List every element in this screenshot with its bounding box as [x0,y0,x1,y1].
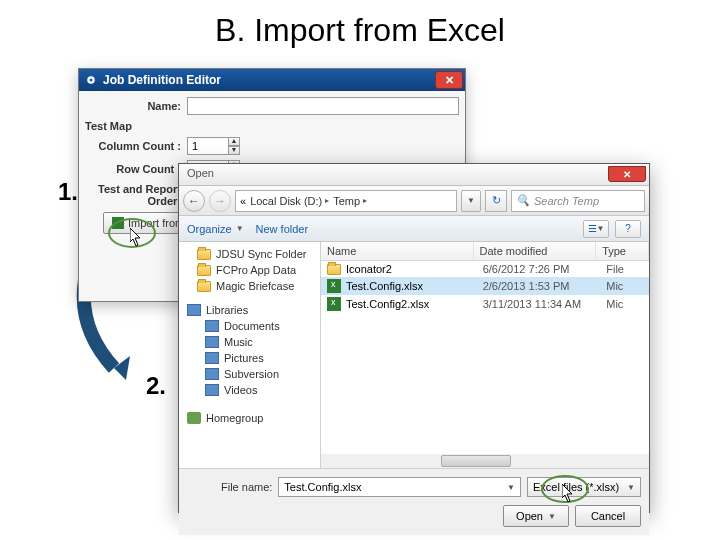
chevron-right-icon: ▸ [325,196,329,205]
folder-icon [327,264,341,275]
library-icon [205,352,219,364]
colcount-input[interactable] [187,137,229,155]
cancel-button[interactable]: Cancel [575,505,641,527]
close-button[interactable]: ✕ [435,71,463,89]
bc-dropdown-button[interactable]: ▼ [461,190,481,212]
chevron-down-icon: ▼ [467,196,475,205]
bc-seg-disk[interactable]: Local Disk (D:)▸ [250,195,329,207]
colcount-label: Column Count : [85,140,187,152]
list-icon: ☰ [588,223,597,234]
open-file-dialog: Open ✕ ← → « Local Disk (D:)▸ Temp▸ ▼ ↻ … [178,163,650,513]
excel-icon [327,279,341,293]
chevron-down-icon: ▼ [507,483,515,492]
name-input[interactable] [187,97,459,115]
jde-titlebar[interactable]: Job Definition Editor ✕ [79,69,465,91]
bc-seg-temp[interactable]: Temp▸ [333,195,367,207]
ofd-titlebar[interactable]: Open ✕ [179,164,649,186]
folder-icon [197,265,211,276]
open-button[interactable]: Open▼ [503,505,569,527]
newfolder-button[interactable]: New folder [256,223,309,235]
tree-item[interactable]: Documents [179,318,320,334]
col-type[interactable]: Type [596,242,649,260]
breadcrumb[interactable]: « Local Disk (D:)▸ Temp▸ [235,190,457,212]
chevron-down-icon: ▼ [548,512,556,521]
excel-icon [327,297,341,311]
ofd-title-text: Open [187,167,214,179]
list-item[interactable]: Iconator2 6/6/2012 7:26 PM File [321,261,649,277]
step-1-label: 1. [58,178,78,206]
colcount-up[interactable]: ▲ [228,137,240,146]
tree-item[interactable]: Subversion [179,366,320,382]
view-button[interactable]: ☰▼ [583,220,609,238]
nav-back-button[interactable]: ← [183,190,205,212]
chevron-down-icon: ▼ [236,224,244,233]
order-label: Test and Report Order: [85,183,187,207]
gear-icon [85,74,97,86]
chevron-right-icon: ▸ [363,196,367,205]
library-icon [205,368,219,380]
h-scrollbar[interactable] [321,454,649,468]
chevron-down-icon: ▼ [627,483,635,492]
slide-title: B. Import from Excel [0,12,720,49]
folder-icon [197,281,211,292]
folder-icon [197,249,211,260]
arrow-right-icon: → [214,194,226,208]
homegroup-icon [187,412,201,424]
tree-item[interactable]: Videos [179,382,320,398]
tree-item[interactable]: Music [179,334,320,350]
list-item[interactable]: Test.Config2.xlsx 3/11/2013 11:34 AM Mic [321,295,649,313]
library-icon [205,384,219,396]
organize-menu[interactable]: Organize▼ [187,223,244,235]
tree-item[interactable]: FCPro App Data [179,262,320,278]
search-icon: 🔍 [516,194,530,207]
excel-icon [112,217,124,229]
library-icon [205,336,219,348]
svg-marker-0 [114,356,130,380]
library-icon [205,320,219,332]
tree-homegroup[interactable]: Homegroup [179,410,320,426]
bc-prefix: « [240,195,246,207]
file-list: Name Date modified Type Iconator2 6/6/20… [321,242,649,468]
chevron-down-icon: ▼ [597,224,605,233]
refresh-button[interactable]: ↻ [485,190,507,212]
jde-title-text: Job Definition Editor [103,73,221,87]
filename-input[interactable]: Test.Config.xlsx▼ [278,477,521,497]
filetype-select[interactable]: Excel files (*.xlsx)▼ [527,477,641,497]
close-icon: ✕ [623,169,631,180]
list-item[interactable]: Test.Config.xlsx 2/6/2013 1:53 PM Mic [321,277,649,295]
help-button[interactable]: ? [615,220,641,238]
libraries-icon [187,304,201,316]
refresh-icon: ↻ [492,194,501,207]
search-placeholder: Search Temp [534,195,599,207]
col-name[interactable]: Name [321,242,474,260]
svg-point-2 [90,79,93,82]
name-label: Name: [85,100,187,112]
arrow-left-icon: ← [188,194,200,208]
filename-label: File name: [187,481,272,493]
tree-item[interactable]: Magic Briefcase [179,278,320,294]
scroll-thumb[interactable] [441,455,511,467]
help-icon: ? [625,223,631,234]
close-button[interactable]: ✕ [608,166,646,182]
search-input[interactable]: 🔍 Search Temp [511,190,645,212]
col-date[interactable]: Date modified [474,242,597,260]
colcount-down[interactable]: ▼ [228,146,240,155]
tree-item[interactable]: JDSU Sync Folder [179,246,320,262]
folder-tree[interactable]: JDSU Sync Folder FCPro App Data Magic Br… [179,242,321,468]
nav-forward-button[interactable]: → [209,190,231,212]
rowcount-label: Row Count : [85,163,187,175]
tree-libraries[interactable]: Libraries [179,302,320,318]
testmap-section: Test Map [85,120,138,132]
close-icon: ✕ [445,74,454,87]
tree-item[interactable]: Pictures [179,350,320,366]
